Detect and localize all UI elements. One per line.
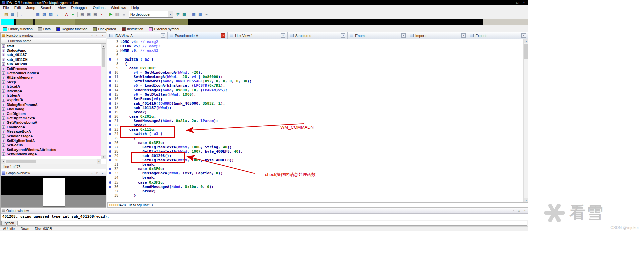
code-line[interactable]: 16 SetFocus(v6); [107, 97, 524, 101]
scroll-right-icon[interactable]: ► [97, 159, 101, 164]
breakpoint-dot[interactable] [109, 58, 111, 61]
tools-icon[interactable]: ≡ [204, 11, 209, 17]
code-line[interactable]: 12 SetWindowPos(hWnd, HWND_MESSAGE|0x2, … [107, 79, 524, 83]
dock-icon[interactable]: ▫ [90, 33, 94, 37]
maximize-button[interactable]: □ [514, 0, 521, 5]
menu-search[interactable]: Search [38, 5, 55, 10]
code-line[interactable]: 37 break; [107, 189, 524, 193]
function-row[interactable]: fDialogBoxParamA [1, 102, 101, 107]
menu-edit[interactable]: Edit [12, 5, 24, 10]
code-line[interactable]: 18 sub_401187(hWnd); [107, 106, 524, 110]
breakpoint-dot[interactable] [109, 98, 111, 100]
function-row[interactable]: flstrcmpA [1, 89, 101, 93]
breakpoint-dot[interactable] [109, 146, 111, 148]
python-cli-button[interactable]: Python [1, 221, 16, 226]
close-button[interactable]: × [521, 0, 528, 5]
function-row[interactable]: flstrlenA [1, 93, 101, 97]
float-icon[interactable]: □ [95, 171, 100, 175]
windows-list-icon[interactable]: ▥ [197, 11, 203, 17]
save-icon[interactable]: ▥ [10, 11, 15, 17]
function-row[interactable]: fGetWindowLongA [1, 120, 101, 125]
menu-options[interactable]: Options [90, 5, 108, 10]
function-row[interactable]: fwsprintfA [1, 98, 101, 102]
function-row[interactable]: fsub_4011CE [1, 57, 101, 62]
breakpoint-dot[interactable] [109, 124, 111, 126]
tab-imports[interactable]: Imports× [408, 32, 468, 39]
code-line[interactable]: 10 v4 = GetWindowLongA(hWnd, -20); [107, 70, 524, 75]
open-subview-icon[interactable]: ▦ [191, 11, 197, 17]
function-row[interactable]: fSetWindowLongA [1, 152, 101, 156]
code-line[interactable]: 21 SendMessageA(hWnd, 0xA1u, 2u, lParam)… [107, 119, 524, 123]
breakpoint-dot[interactable] [109, 80, 111, 82]
function-row[interactable]: fSetDlgItemTextA [1, 138, 101, 143]
cli-input[interactable] [17, 221, 527, 226]
tab-close-icon[interactable]: × [281, 33, 285, 38]
menu-file[interactable]: File [0, 5, 12, 10]
function-tails-icon[interactable]: ▣ [92, 11, 98, 17]
float-icon[interactable]: □ [517, 209, 521, 213]
code-vertical-scrollbar[interactable]: ▲ ▼ [523, 39, 528, 202]
code-line[interactable]: 38 } [107, 193, 524, 198]
code-line[interactable]: 17 sub_401416((DWORD)&unk_405000, 35832,… [107, 101, 524, 106]
breakpoint-dot[interactable] [109, 89, 111, 91]
breakpoint-dot[interactable] [109, 76, 111, 78]
code-line[interactable]: 36 SendMessageA(hWnd, 0x10u, 0, 0); [107, 185, 524, 189]
code-line[interactable]: 3LONG v4; // eax@2 [107, 40, 524, 44]
function-row[interactable]: fLoadIconA [1, 125, 101, 129]
close-icon[interactable]: × [100, 33, 105, 37]
back-icon[interactable]: ← [19, 11, 25, 17]
code-line[interactable]: 7 switch ( a2 ) [107, 57, 524, 62]
scroll-left-icon[interactable]: ◄ [1, 159, 5, 164]
function-row[interactable]: fstart [1, 44, 101, 48]
debugger-select[interactable]: No debugger▼ [129, 11, 173, 18]
code-line[interactable]: 11 SetWindowLongA(hWnd, -20, v4 | 0x8000… [107, 75, 524, 79]
open-file-icon[interactable]: ▤ [3, 11, 9, 17]
graph-overview-header[interactable]: Graph overview ▫ □ × [1, 170, 106, 176]
code-line[interactable]: 5HWND v6; // eax@2 [107, 48, 524, 53]
function-row[interactable]: fDialogFunc [1, 48, 101, 52]
float-icon[interactable]: □ [95, 33, 100, 37]
search-text-icon[interactable]: ▧ [41, 11, 47, 17]
dock-icon[interactable]: ▫ [90, 171, 94, 175]
breakpoint-dot[interactable] [109, 181, 111, 184]
functions-window-header[interactable]: Functions window ▫ □ × [1, 33, 106, 38]
breakpoint-dot[interactable] [109, 102, 111, 105]
code-line[interactable]: 26 case 0x3F3u: [107, 141, 524, 145]
forward-icon[interactable]: → [26, 11, 31, 17]
menu-view[interactable]: View [55, 5, 68, 10]
scroll-down-icon[interactable]: ▼ [524, 198, 528, 202]
code-line[interactable]: 32 case 0x3F0u: [107, 167, 524, 171]
code-line[interactable]: 20 case 0x201u: [107, 114, 524, 119]
functions-horizontal-scrollbar[interactable]: ◄ ► [1, 159, 101, 164]
scrollbar-thumb[interactable] [524, 44, 528, 59]
debugger-settings-icon[interactable]: ▩ [181, 11, 187, 17]
breakpoint-dot[interactable] [109, 186, 111, 188]
function-row[interactable]: fGetModuleHandleA [1, 71, 101, 75]
code-line[interactable]: 14 SendMessageA(hWnd, 0x80u, 1u, (LPARAM… [107, 88, 524, 92]
code-line[interactable]: 13 v5 = LoadIconA(hInstance, (LPCSTR)0x7… [107, 83, 524, 88]
jump-address-icon[interactable]: ▦ [35, 11, 41, 17]
minimize-button[interactable]: – [507, 0, 514, 5]
menu-debugger[interactable]: Debugger [68, 5, 90, 10]
tab-close-icon[interactable]: × [521, 33, 526, 38]
code-line[interactable]: 15 v6 = GetDlgItem(hWnd, 1006); [107, 92, 524, 97]
edit-function-icon[interactable]: ▣ [86, 11, 92, 17]
search-binary-icon[interactable]: ▨ [48, 11, 54, 17]
breakpoint-dot[interactable] [109, 84, 111, 87]
create-function-icon[interactable]: ▣ [79, 11, 85, 17]
function-row[interactable]: flstrcatA [1, 84, 101, 89]
function-row[interactable]: fSleep [1, 80, 101, 84]
breakpoint-dot[interactable] [109, 115, 111, 118]
tab-enums[interactable]: Enums× [348, 32, 408, 39]
functions-vertical-scrollbar[interactable]: ▲ ▼ [101, 44, 106, 159]
tab-structures[interactable]: Structures× [288, 32, 348, 39]
tab-close-icon[interactable]: × [221, 33, 225, 38]
function-row[interactable]: fsub_401208 [1, 62, 101, 66]
breakpoint-dot[interactable] [109, 142, 111, 144]
function-row[interactable]: fSendMessageA [1, 134, 101, 138]
menu-jump[interactable]: Jump [24, 5, 38, 10]
colors-icon[interactable]: A [64, 11, 69, 17]
function-row[interactable]: fGetDlgItemTextA [1, 116, 101, 120]
breakpoint-dot[interactable] [109, 128, 111, 131]
function-row[interactable]: fRtlZeroMemory [1, 75, 101, 80]
